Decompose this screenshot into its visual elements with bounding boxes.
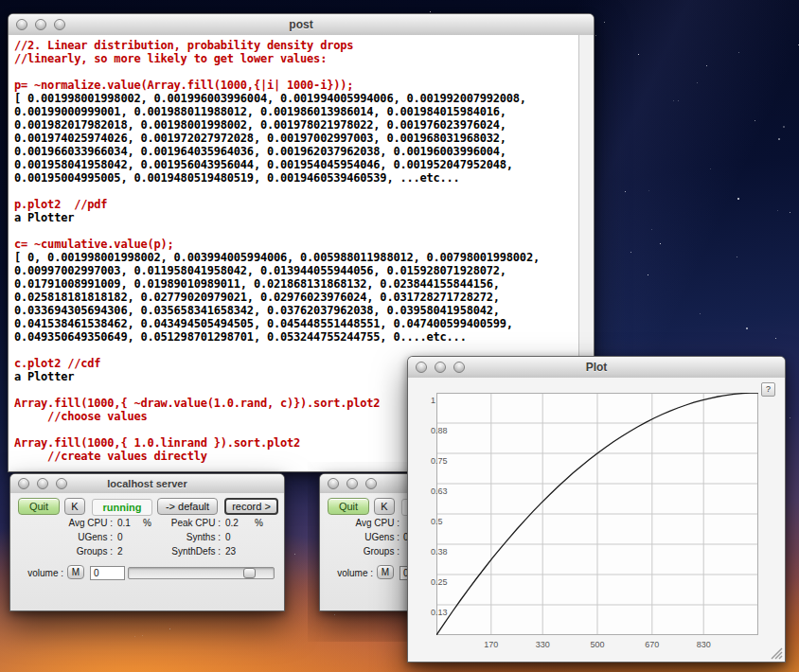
post-line — [14, 65, 574, 79]
star — [737, 256, 737, 257]
star — [778, 138, 780, 140]
minimize-button[interactable] — [37, 478, 48, 489]
post-line: p.plot2 //pdf — [14, 198, 574, 211]
record-button[interactable]: record > — [224, 498, 278, 515]
star — [777, 210, 778, 211]
stat-value: 0.2 — [225, 518, 239, 528]
server-window-2-clip: Quit K Avg CPU : UGens : 0 Groups : — [308, 462, 407, 642]
star — [783, 126, 785, 128]
y-tick-label: 0.13 — [431, 608, 448, 617]
star — [790, 212, 790, 213]
x-tick-label: 330 — [528, 640, 557, 649]
post-line: 0.025818181818182, 0.02779020979021, 0.0… — [14, 291, 574, 304]
post-line: 0.00199000999001, 0.001988011988012, 0.0… — [14, 105, 574, 118]
y-tick-label: 0.38 — [431, 547, 448, 557]
cdf-curve-chart — [436, 393, 758, 635]
stats-row: Groups : — [320, 546, 407, 557]
close-button[interactable] — [416, 362, 427, 373]
window-controls — [16, 19, 65, 30]
plot-window: Plot ? 10.880.750.630.50.380.250.1317033… — [407, 356, 786, 663]
post-titlebar[interactable]: post — [9, 14, 594, 36]
post-line: p= ~normalize.value(Array.fill(1000,{|i|… — [14, 79, 574, 92]
star — [710, 168, 711, 169]
plot-titlebar[interactable]: Plot — [408, 357, 785, 379]
star — [142, 635, 143, 636]
star — [651, 229, 652, 230]
server-buttons: Quit K running -> default record > — [10, 498, 284, 517]
server2-buttons: Quit K — [320, 498, 407, 517]
star — [134, 636, 135, 637]
quit-button[interactable]: Quit — [328, 498, 369, 515]
y-tick-label: 0.88 — [431, 426, 448, 435]
minimize-button[interactable] — [346, 478, 358, 489]
stats-row: UGens : 0 — [320, 532, 407, 543]
server-content: Quit K running -> default record > Avg C… — [10, 493, 284, 610]
star — [595, 35, 596, 36]
stat-label: UGens : — [18, 532, 113, 542]
minimize-button[interactable] — [435, 362, 446, 373]
k-button[interactable]: K — [374, 498, 395, 515]
post-line — [14, 185, 574, 198]
window-controls — [18, 478, 67, 489]
default-button[interactable]: -> default — [157, 498, 218, 515]
x-tick-label: 830 — [689, 640, 718, 649]
server2-titlebar[interactable] — [320, 474, 407, 494]
star — [630, 252, 631, 253]
y-tick-label: 0.75 — [431, 456, 448, 466]
resize-grip[interactable] — [771, 647, 783, 660]
x-tick-label: 170 — [477, 640, 506, 649]
close-button[interactable] — [328, 478, 339, 489]
star — [638, 54, 639, 55]
minimize-button[interactable] — [35, 19, 46, 30]
star — [625, 191, 626, 192]
volume-row: volume : M 0 — [10, 565, 284, 582]
plot-canvas — [436, 393, 758, 635]
star — [700, 313, 701, 314]
zoom-button[interactable] — [56, 478, 67, 489]
volume-slider[interactable] — [128, 567, 275, 579]
volume-numberbox[interactable]: 0 — [400, 566, 407, 580]
close-button[interactable] — [18, 478, 29, 489]
star — [430, 11, 431, 12]
star — [294, 554, 295, 555]
post-line: 0.001974025974026, 0.001972027972028, 0.… — [14, 132, 574, 145]
plot-area: ? 10.880.750.630.50.380.250.131703305006… — [408, 378, 785, 662]
stat-label: SynthDefs : — [122, 546, 221, 557]
stats-row: Groups : 2 SynthDefs : 23 — [10, 546, 284, 557]
zoom-button[interactable] — [365, 478, 377, 489]
zoom-button[interactable] — [453, 362, 465, 373]
volume-label: volume : — [18, 568, 63, 578]
zoom-button[interactable] — [54, 19, 65, 30]
post-line: c= ~cumulative.value(p); — [14, 238, 574, 251]
post-line: 0.001958041958042, 0.001956043956044, 0.… — [14, 158, 574, 171]
post-line: [ 0, 0.001998001998002, 0.00399400599400… — [14, 251, 574, 264]
post-line: 0.001982017982018, 0.00198001998002, 0.0… — [14, 118, 574, 132]
stat-value: 0 — [225, 532, 231, 542]
window-controls — [416, 362, 465, 373]
server-titlebar[interactable]: localhost server — [10, 474, 284, 494]
star — [660, 243, 661, 244]
desktop: post //2. Linear distribution, probabili… — [0, 0, 799, 672]
volume-slider-thumb[interactable] — [243, 568, 256, 578]
post-line: 0.001966033966034, 0.001964035964036, 0.… — [14, 145, 574, 158]
help-button[interactable]: ? — [761, 382, 775, 397]
post-line: a Plotter — [14, 211, 574, 224]
server-window-title: localhost server — [67, 478, 227, 489]
k-button[interactable]: K — [64, 498, 85, 515]
post-line: //2. Linear distribution, probability de… — [14, 39, 574, 52]
mute-button[interactable]: M — [377, 565, 394, 579]
volume-numberbox[interactable]: 0 — [90, 566, 125, 580]
mute-button[interactable]: M — [67, 565, 84, 579]
server-window-localhost: localhost server Quit K running -> defau… — [9, 473, 285, 611]
post-line: [ 0.001998001998002, 0.001996003996004, … — [14, 92, 574, 105]
stat-label: Groups : — [320, 546, 400, 557]
post-window-title: post — [65, 18, 537, 31]
post-line — [14, 344, 574, 357]
star — [673, 100, 674, 101]
stat-suffix: % — [255, 518, 263, 528]
quit-button[interactable]: Quit — [18, 498, 60, 515]
post-line: 0.033694305694306, 0.035658341658342, 0.… — [14, 304, 574, 317]
server-status: running — [92, 499, 152, 516]
close-button[interactable] — [16, 19, 27, 30]
x-tick-label: 670 — [638, 640, 666, 649]
